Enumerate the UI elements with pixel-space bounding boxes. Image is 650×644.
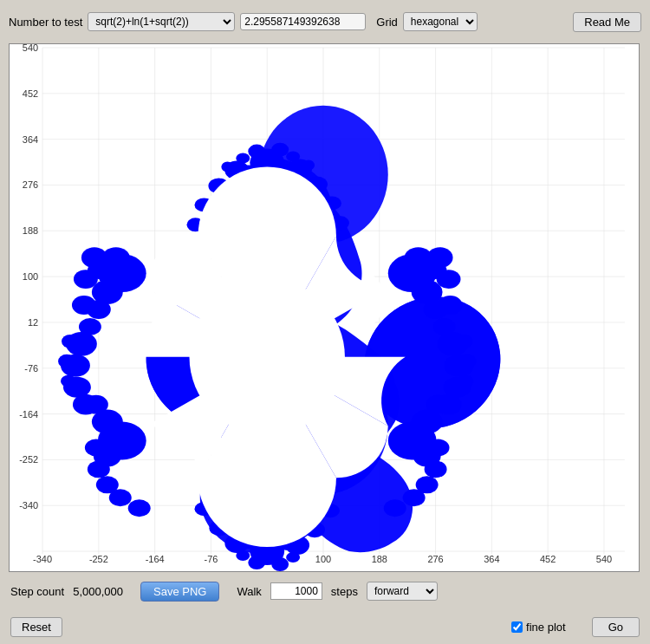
fine-plot-checkbox[interactable]: [511, 621, 523, 633]
direction-select[interactable]: forward backward: [367, 582, 438, 601]
svg-point-100: [436, 394, 462, 415]
number-to-test-label: Number to test: [9, 16, 82, 29]
svg-point-112: [88, 460, 110, 478]
read-me-button[interactable]: Read Me: [573, 12, 641, 32]
svg-point-128: [302, 160, 315, 171]
svg-point-141: [211, 301, 323, 413]
fractal-group: [58, 143, 476, 571]
svg-point-134: [248, 556, 265, 569]
svg-point-132: [458, 375, 473, 387]
grid-label: Grid: [376, 16, 398, 29]
svg-point-125: [248, 145, 265, 159]
plot-area: 540 452 364 276 188 100 12 -76 -164 -252…: [9, 43, 640, 572]
formula-select[interactable]: sqrt(2)+ln(1+sqrt(2)): [88, 12, 235, 31]
svg-point-129: [221, 162, 233, 172]
svg-point-78: [85, 439, 107, 457]
svg-point-124: [271, 143, 289, 157]
svg-point-103: [403, 489, 426, 506]
svg-point-101: [425, 460, 447, 478]
svg-point-119: [73, 394, 99, 415]
svg-point-130: [456, 335, 473, 348]
steps-label: steps: [331, 585, 358, 598]
svg-point-131: [458, 355, 476, 368]
svg-point-93: [427, 247, 453, 268]
numeric-value-input[interactable]: [240, 13, 366, 30]
svg-point-104: [384, 499, 406, 517]
svg-point-123: [79, 318, 101, 335]
svg-point-68: [427, 439, 450, 457]
fine-plot-label: fine plot: [526, 621, 566, 634]
svg-point-137: [62, 335, 79, 348]
svg-point-115: [128, 499, 151, 517]
svg-point-133: [271, 557, 289, 571]
step-count-value: 5,000,000: [73, 585, 123, 598]
save-png-button[interactable]: Save PNG: [140, 582, 219, 602]
svg-point-120: [81, 247, 107, 268]
svg-point-94: [437, 270, 461, 289]
walk-label: Walk: [237, 585, 261, 598]
reset-button[interactable]: Reset: [10, 617, 62, 637]
svg-point-135: [286, 552, 300, 563]
svg-point-138: [58, 355, 75, 368]
svg-point-127: [236, 153, 250, 164]
bottom-bar2: Reset fine plot Go: [0, 610, 650, 643]
svg-point-136: [236, 550, 250, 561]
svg-point-139: [61, 375, 76, 387]
steps-input[interactable]: [270, 582, 322, 600]
svg-point-121: [74, 270, 98, 289]
svg-point-122: [72, 296, 96, 315]
svg-point-95: [439, 296, 463, 315]
svg-point-114: [109, 489, 132, 506]
step-count-label: Step count: [10, 585, 64, 598]
top-bar: Number to test sqrt(2)+ln(1+sqrt(2)) Gri…: [0, 0, 650, 43]
bottom-bar: Step count 5,000,000 Save PNG Walk steps…: [0, 572, 650, 610]
grid-select[interactable]: hexagonal: [403, 12, 478, 31]
fractal-overlay: [10, 44, 639, 571]
go-button[interactable]: Go: [592, 617, 640, 637]
svg-point-126: [286, 152, 300, 162]
fine-plot-container: fine plot: [511, 621, 566, 634]
